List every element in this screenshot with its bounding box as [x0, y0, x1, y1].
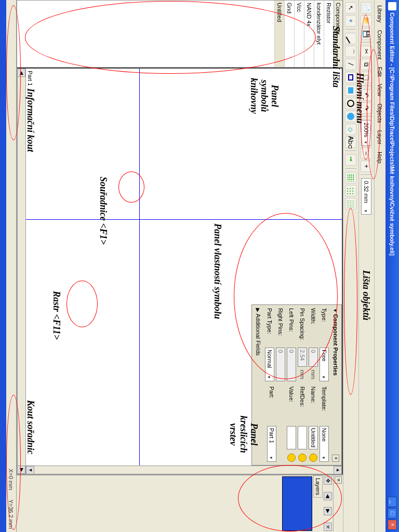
pinspacing-field: 2.54	[298, 348, 307, 367]
status-y: Y=36.2 mm	[8, 499, 15, 529]
drawing-canvas[interactable]: Part 1 Component Properties × Type: Free	[26, 69, 342, 466]
menu-layer[interactable]: Layer	[376, 127, 384, 148]
new-icon[interactable]: 📄	[361, 2, 373, 14]
leftpins-field: 0	[287, 348, 296, 381]
grid2-icon[interactable]	[345, 185, 357, 196]
vertical-scrollbar[interactable]: ▲ ▼	[26, 466, 342, 474]
menubar: Library Component Edit View Objects Laye…	[374, 0, 385, 532]
bulb-icon[interactable]	[298, 454, 307, 462]
layers-pin-icon[interactable]: ⤧	[324, 523, 332, 531]
bulb-icon[interactable]	[309, 454, 317, 462]
scroll-up-icon[interactable]: ▲	[334, 466, 342, 474]
close-button[interactable]: ×	[388, 520, 397, 530]
redo-icon[interactable]: ↷	[361, 102, 373, 114]
rightpins-label: Right Pins:	[277, 308, 284, 344]
list-item[interactable]: Vcc	[294, 1, 304, 67]
menu-objects[interactable]: Objects	[376, 100, 384, 126]
scroll-down-icon[interactable]: ▼	[26, 466, 34, 474]
type-combo[interactable]: Free	[320, 348, 329, 381]
symbol-list-panel: Components Rezistor kondenzátor elyt NAN…	[17, 0, 343, 68]
layers-tab[interactable]: Layers	[313, 475, 323, 498]
save-icon[interactable]: 💾	[361, 28, 373, 39]
menu-library[interactable]: Library	[376, 2, 384, 26]
layers-next-icon[interactable]: ▶	[324, 507, 332, 515]
objects-toolbar: ↖ + ⌒ 〳 ◇ A𝚋𝚌 ⊸	[343, 0, 358, 532]
type-label: Type:	[321, 308, 327, 344]
circle-icon[interactable]	[345, 98, 357, 109]
polyline-icon[interactable]: 〳	[345, 59, 357, 70]
statusbar: X=0 mm Y=36.2 mm	[6, 0, 17, 532]
list-item[interactable]: Gnd	[284, 1, 294, 67]
line-icon[interactable]	[345, 33, 357, 44]
unit-mm: mm	[299, 370, 305, 381]
status-x: X=0 mm	[8, 469, 15, 490]
part-combo[interactable]: Part 1	[267, 426, 276, 462]
list-item[interactable]: Rezistor	[324, 1, 334, 67]
name-field[interactable]: Untitled	[309, 426, 318, 449]
layers-panel: × ✥ ◀ ▶ ⤧ Layers	[17, 475, 343, 532]
standard-toolbar: 📄 📂 💾 ✂ ⧉ 📋 ↶ ↷ 200% – + 0.32 mm	[358, 0, 374, 532]
width-field: 0	[309, 348, 318, 367]
open-icon[interactable]: 📂	[361, 15, 373, 26]
layer-swatch[interactable]	[282, 476, 312, 531]
minimize-button[interactable]: _	[388, 497, 397, 507]
list-item[interactable]: NAND 4x	[304, 1, 314, 67]
origin-horizontal	[139, 69, 140, 466]
horizontal-scrollbar[interactable]: ◀ ▶	[18, 69, 26, 474]
app-icon	[388, 2, 396, 10]
crosshair-icon[interactable]: +	[345, 15, 357, 26]
paste-icon[interactable]: 📋	[361, 72, 373, 83]
poly-icon[interactable]: ◇	[345, 124, 357, 135]
grid3-icon[interactable]	[345, 198, 357, 209]
arc-icon[interactable]: ⌒	[345, 46, 357, 57]
parttype-combo[interactable]: Normal	[265, 348, 274, 381]
properties-panel: Component Properties × Type: Free Width:	[251, 304, 342, 466]
additional-fields-toggle[interactable]: ▶ Additional Fields	[255, 308, 261, 462]
properties-close-icon[interactable]: ×	[332, 455, 339, 462]
maximize-button[interactable]: □	[388, 508, 397, 518]
refdes-label: RefDes:	[299, 387, 305, 423]
text-icon[interactable]: A𝚋𝚌	[345, 137, 357, 148]
scroll-left-icon[interactable]: ◀	[17, 69, 25, 77]
zoomout-icon[interactable]: –	[361, 148, 373, 159]
symbol-list-tab[interactable]: Components	[334, 1, 342, 67]
fcircle-icon[interactable]	[345, 111, 357, 122]
origin-vertical	[26, 219, 342, 220]
canvas-area: Part 1 Component Properties × Type: Free	[17, 68, 343, 475]
list-item[interactable]: Untitled	[274, 1, 284, 67]
leftpins-label: Left Pins:	[288, 308, 295, 344]
window-title: Component Editor - [C:\Program Files\Dip…	[389, 12, 395, 497]
layers-prev-icon[interactable]: ◀	[324, 492, 332, 500]
zoomin-icon[interactable]: +	[361, 161, 373, 172]
frect-icon[interactable]	[345, 85, 357, 96]
rect-icon[interactable]	[345, 72, 357, 83]
menu-view[interactable]: View	[376, 81, 384, 99]
pin-icon[interactable]: ⊸	[345, 154, 357, 166]
menu-component[interactable]: Component	[376, 27, 384, 63]
grid1-icon[interactable]	[345, 172, 357, 183]
pinspacing-label: Pin Spacing:	[299, 308, 305, 344]
layers-move-icon[interactable]: ✥	[324, 476, 332, 485]
unit-mm: mm	[310, 370, 316, 381]
canvas-part-tab[interactable]: Part 1	[27, 71, 33, 86]
parttype-label: Part Type:	[267, 308, 273, 344]
copy-icon[interactable]: ⧉	[361, 59, 373, 70]
properties-header[interactable]: Component Properties	[332, 308, 339, 376]
scroll-right-icon[interactable]: ▶	[17, 466, 25, 474]
menu-help[interactable]: Help	[376, 149, 384, 167]
zoom-combo[interactable]: 200%	[362, 120, 372, 146]
value-label: Value:	[288, 387, 295, 423]
cut-icon[interactable]: ✂	[361, 46, 373, 57]
pointer-icon[interactable]: ↖	[345, 2, 357, 14]
bulb-icon[interactable]	[287, 454, 296, 462]
part-label: Part:	[269, 387, 275, 423]
linewidth-combo[interactable]: 0.32 mm	[362, 178, 372, 215]
layers-close-icon[interactable]: ×	[335, 476, 342, 484]
undo-icon[interactable]: ↶	[361, 89, 373, 101]
value-field[interactable]	[287, 426, 296, 449]
menu-edit[interactable]: Edit	[376, 64, 384, 80]
titlebar: Component Editor - [C:\Program Files\Dip…	[385, 0, 399, 532]
template-combo[interactable]: None	[320, 426, 329, 462]
refdes-field[interactable]	[298, 426, 307, 449]
list-item[interactable]: kondenzátor elyt	[314, 1, 324, 67]
